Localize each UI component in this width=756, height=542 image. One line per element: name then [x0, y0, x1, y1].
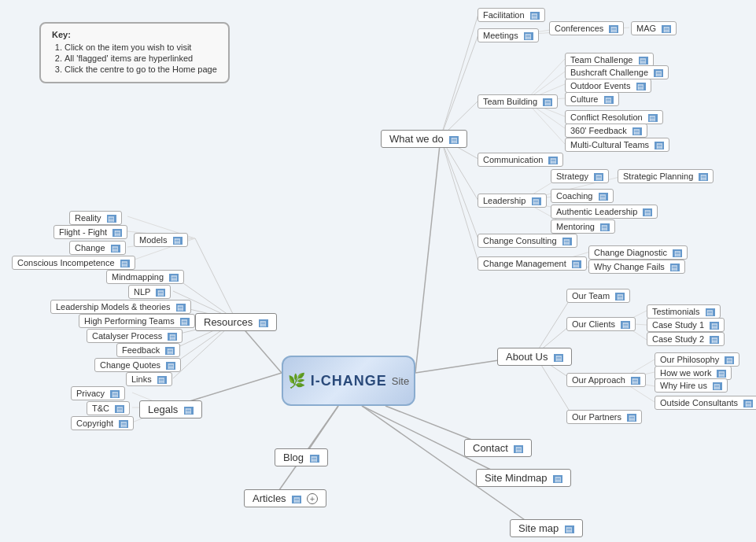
- svg-line-15: [441, 138, 478, 262]
- branch-site-map[interactable]: Site map ▤: [510, 519, 583, 537]
- flag-multicultural: ▤: [655, 142, 664, 149]
- svg-line-3: [305, 406, 338, 455]
- node-our-team[interactable]: Our Team ▤: [566, 289, 630, 303]
- flag-contact: ▤: [514, 445, 523, 453]
- branch-about-us[interactable]: About Us ▤: [497, 348, 572, 366]
- flag-change-quotes: ▤: [166, 362, 175, 370]
- node-conferences[interactable]: Conferences ▤: [549, 21, 624, 35]
- node-outdoor-events[interactable]: Outdoor Events ▤: [565, 79, 651, 93]
- svg-line-14: [441, 138, 478, 239]
- node-authentic-leadership[interactable]: Authentic Leadership ▤: [551, 205, 658, 219]
- flag-why-change-fails: ▤: [670, 264, 680, 271]
- branch-resources[interactable]: Resources ▤: [195, 313, 277, 331]
- flag-high-performing: ▤: [180, 318, 190, 326]
- node-change-quotes[interactable]: Change Quotes ▤: [94, 358, 181, 372]
- flag-catalyser: ▤: [168, 333, 177, 341]
- node-case-study-2[interactable]: Case Study 2 ▤: [647, 332, 725, 346]
- node-our-philosophy[interactable]: Our Philosophy ▤: [655, 352, 739, 367]
- node-testimonials[interactable]: Testimonials ▤: [647, 304, 721, 319]
- flag-conscious-incompetence: ▤: [120, 260, 130, 267]
- node-team-building[interactable]: Team Building ▤: [478, 94, 558, 109]
- node-outside-consultants[interactable]: Outside Consultants ▤: [655, 396, 756, 410]
- node-strategy[interactable]: Strategy ▤: [551, 169, 609, 183]
- key-item-2: All 'flagged' items are hyperlinked: [65, 53, 217, 63]
- node-coaching[interactable]: Coaching ▤: [551, 189, 614, 203]
- flag-360-feedback: ▤: [632, 127, 642, 135]
- node-catalyser[interactable]: Catalyser Process ▤: [87, 329, 183, 343]
- node-change-diagnostic[interactable]: Change Diagnostic ▤: [588, 245, 688, 260]
- node-our-clients[interactable]: Our Clients ▤: [566, 317, 636, 331]
- node-change-consulting[interactable]: Change Consulting ▤: [478, 234, 577, 248]
- node-multicultural[interactable]: Multi-Cultural Teams ▤: [565, 138, 669, 152]
- branch-blog[interactable]: Blog ▤: [275, 448, 328, 466]
- key-title: Key:: [52, 30, 217, 39]
- node-mentoring[interactable]: Mentoring ▤: [551, 219, 615, 234]
- node-feedback[interactable]: Feedback ▤: [116, 343, 180, 357]
- center-node[interactable]: 🌿 I-CHANGE Site: [282, 356, 415, 406]
- flag-outdoor-events: ▤: [636, 83, 646, 90]
- node-360-feedback[interactable]: 360' Feedback ▤: [565, 124, 647, 138]
- flag-our-partners: ▤: [627, 414, 636, 422]
- flag-blog: ▤: [310, 455, 319, 463]
- node-change-management[interactable]: Change Management ▤: [478, 256, 587, 271]
- node-links[interactable]: Links ▤: [126, 372, 172, 386]
- articles-plus-icon[interactable]: +: [307, 493, 318, 504]
- node-bushcraft[interactable]: Bushcraft Challenge ▤: [565, 65, 669, 79]
- flag-why-hire-us: ▤: [713, 382, 722, 390]
- node-flight-fight[interactable]: Flight - Fight ▤: [53, 225, 127, 239]
- node-why-change-fails[interactable]: Why Change Fails ▤: [588, 260, 685, 274]
- center-subtitle: Site: [392, 375, 409, 387]
- flag-feedback: ▤: [165, 347, 175, 355]
- flag-our-approach: ▤: [631, 377, 640, 385]
- node-mag[interactable]: MAG ▤: [631, 21, 677, 35]
- flag-change-diagnostic: ▤: [673, 249, 682, 257]
- branch-contact[interactable]: Contact ▤: [464, 439, 532, 457]
- branch-legals[interactable]: Legals ▤: [139, 400, 202, 418]
- node-copyright[interactable]: Copyright ▤: [71, 416, 134, 430]
- node-our-partners[interactable]: Our Partners ▤: [566, 410, 642, 424]
- flag-our-philosophy: ▤: [725, 356, 734, 364]
- flag-case-study-2: ▤: [710, 336, 719, 344]
- node-culture[interactable]: Culture ▤: [565, 92, 619, 106]
- node-leadership[interactable]: Leadership ▤: [478, 194, 547, 208]
- node-models[interactable]: Models ▤: [134, 233, 188, 247]
- node-leadership-models[interactable]: Leadership Models & theories ▤: [50, 300, 191, 314]
- flag-mindmapping: ▤: [169, 274, 179, 282]
- node-why-hire-us[interactable]: Why Hire us ▤: [655, 378, 728, 393]
- flag-conflict-resolution: ▤: [648, 114, 658, 122]
- node-conflict-resolution[interactable]: Conflict Resolution ▤: [565, 110, 663, 124]
- branch-what-we-do[interactable]: What we do ▤: [381, 130, 467, 148]
- svg-line-0: [415, 138, 441, 373]
- node-strategic-planning[interactable]: Strategic Planning ▤: [618, 169, 714, 183]
- flag-team-building: ▤: [543, 98, 552, 106]
- flag-copyright: ▤: [119, 420, 128, 428]
- flag-coaching: ▤: [599, 193, 608, 201]
- node-communication[interactable]: Communication ▤: [478, 153, 563, 167]
- flag-testimonials: ▤: [706, 308, 715, 316]
- node-change[interactable]: Change ▤: [69, 241, 126, 255]
- node-case-study-1[interactable]: Case Study 1 ▤: [647, 318, 725, 332]
- flag-resources: ▤: [259, 319, 268, 327]
- center-logo: 🌿 I-CHANGE: [288, 372, 387, 389]
- node-tc[interactable]: T&C ▤: [87, 401, 130, 415]
- flag-about-us: ▤: [554, 354, 563, 362]
- node-nlp[interactable]: NLP ▤: [128, 285, 171, 299]
- node-conscious-incompetence[interactable]: Conscious Incompetence ▤: [12, 256, 135, 270]
- flag-models: ▤: [173, 237, 183, 245]
- node-reality[interactable]: Reality ▤: [69, 211, 122, 225]
- node-high-performing[interactable]: High Performing Teams ▤: [79, 314, 195, 328]
- node-mindmapping[interactable]: Mindmapping ▤: [106, 270, 184, 284]
- branch-articles[interactable]: Articles ▤ +: [244, 489, 326, 507]
- flag-site-mindmap: ▤: [553, 475, 562, 483]
- branch-site-mindmap[interactable]: Site Mindmap ▤: [476, 469, 571, 487]
- flag-facilitation: ▤: [530, 12, 540, 20]
- flag-reality: ▤: [107, 215, 116, 223]
- node-facilitation[interactable]: Facilitation ▤: [478, 8, 545, 22]
- flag-meetings: ▤: [524, 32, 533, 40]
- key-list: Click on the item you wish to visit All …: [52, 42, 217, 74]
- node-meetings[interactable]: Meetings ▤: [478, 28, 539, 42]
- node-our-approach[interactable]: Our Approach ▤: [566, 373, 646, 387]
- flag-leadership: ▤: [532, 197, 541, 205]
- node-privacy[interactable]: Privacy ▤: [71, 386, 125, 400]
- flag-strategic-planning: ▤: [699, 173, 708, 181]
